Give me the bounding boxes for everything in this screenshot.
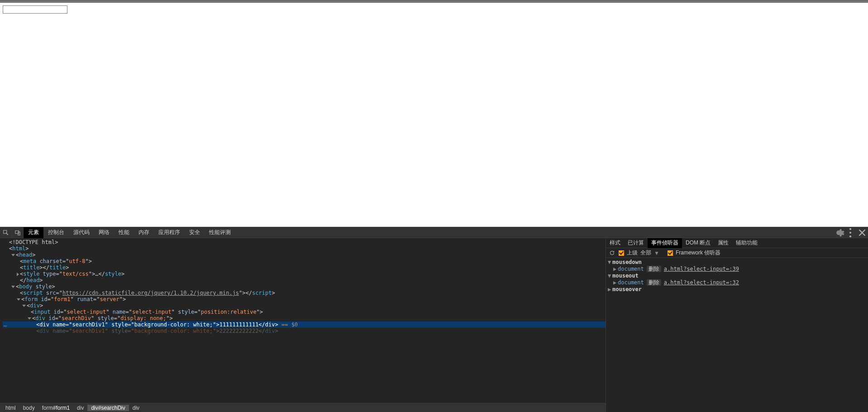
side-tab-accessibility[interactable]: 辅助功能	[732, 238, 761, 248]
tab-elements[interactable]: 元素	[24, 227, 43, 238]
remove-listener-button[interactable]: 删除	[647, 279, 661, 286]
event-listeners-list[interactable]: ▼mousedown▶document删除a.html?select-input…	[606, 258, 868, 412]
dom-node[interactable]: <meta charset="utf-8">	[3, 258, 606, 264]
select-input[interactable]	[3, 5, 67, 14]
svg-point-5	[849, 235, 851, 237]
crumb-searchDiv[interactable]: div#searchDiv	[87, 405, 129, 411]
crumb-div[interactable]: div	[73, 405, 87, 411]
listener-entry[interactable]: ▶document删除a.html?select-input=:32	[608, 279, 866, 286]
crumb-form[interactable]: form#form1	[38, 405, 73, 411]
dom-node[interactable]: <!DOCTYPE html>	[3, 239, 606, 245]
tab-application[interactable]: 应用程序	[154, 227, 185, 238]
tab-audits[interactable]: 性能评测	[205, 227, 235, 238]
tab-memory[interactable]: 内存	[134, 227, 154, 238]
listeners-filter-bar: 上级 全部 ▼ Framework 侦听器	[606, 248, 868, 258]
listener-group-mousedown[interactable]: ▼mousedown	[608, 259, 866, 266]
elements-side-panel: 样式 已计算 事件侦听器 DOM 断点 属性 辅助功能 上级 全部 ▼	[606, 238, 868, 412]
page-body	[0, 3, 868, 227]
devtools-toolbar: 元素 控制台 源代码 网络 性能 内存 应用程序 安全 性能评测	[0, 227, 868, 238]
tab-security[interactable]: 安全	[185, 227, 205, 238]
tab-sources[interactable]: 源代码	[69, 227, 94, 238]
dom-node[interactable]: <input id="select-input" name="select-in…	[3, 309, 606, 315]
remove-listener-button[interactable]: 删除	[647, 266, 661, 272]
device-toggle-icon[interactable]	[12, 227, 24, 238]
tab-console[interactable]: 控制台	[43, 227, 69, 238]
framework-checkbox[interactable]	[668, 250, 673, 256]
side-tab-computed[interactable]: 已计算	[624, 238, 648, 248]
ancestor-label: 上级	[627, 249, 638, 257]
side-tab-dom-breakpoints[interactable]: DOM 断点	[682, 238, 714, 248]
close-icon[interactable]	[856, 227, 868, 238]
crumb-html[interactable]: html	[2, 405, 19, 411]
dom-node[interactable]: <div>	[3, 302, 606, 309]
dom-node[interactable]: <title></title>	[3, 264, 606, 271]
dom-node[interactable]: <form id="form1" runat="server">	[3, 296, 606, 302]
listener-source-link[interactable]: a.html?select-input=:32	[664, 279, 739, 286]
devtools-panel: 元素 控制台 源代码 网络 性能 内存 应用程序 安全 性能评测	[0, 227, 868, 412]
more-icon[interactable]	[844, 227, 856, 238]
tab-performance[interactable]: 性能	[114, 227, 134, 238]
dom-node[interactable]: <div id="searchDiv" style="display: none…	[3, 315, 606, 321]
dropdown-icon[interactable]: ▼	[654, 250, 659, 256]
settings-icon[interactable]	[833, 227, 844, 238]
listener-entry[interactable]: ▶document删除a.html?select-input=:39	[608, 266, 866, 273]
listener-source-link[interactable]: a.html?select-input=:39	[664, 266, 739, 272]
dom-breadcrumb: html body form#form1 div div#searchDiv d…	[0, 403, 606, 412]
tab-network[interactable]: 网络	[94, 227, 114, 238]
svg-point-3	[849, 228, 851, 230]
dom-node[interactable]: </head>	[3, 277, 606, 283]
dom-node[interactable]: <div name="searchDiv1" style="background…	[3, 328, 606, 334]
elements-dom-panel: <!DOCTYPE html><html><head><meta charset…	[0, 238, 606, 412]
all-label[interactable]: 全部	[640, 249, 651, 257]
dom-tree[interactable]: <!DOCTYPE html><html><head><meta charset…	[0, 238, 606, 403]
listener-group-mouseout[interactable]: ▼mouseout	[608, 273, 866, 279]
listener-group-mouseover[interactable]: ▶mouseover	[608, 286, 866, 293]
side-tab-event-listeners[interactable]: 事件侦听器	[648, 238, 682, 248]
svg-point-4	[849, 231, 851, 233]
dom-node[interactable]: <style type="text/css">…</style>	[3, 271, 606, 277]
dom-node[interactable]: <script src="https://cdn.staticfile.org/…	[3, 290, 606, 296]
inspect-element-icon[interactable]	[0, 227, 12, 238]
devtools-tabs: 元素 控制台 源代码 网络 性能 内存 应用程序 安全 性能评测	[24, 227, 235, 238]
side-tab-styles[interactable]: 样式	[606, 238, 624, 248]
dom-node[interactable]: <head>	[3, 252, 606, 258]
side-tab-properties[interactable]: 属性	[714, 238, 732, 248]
dom-node[interactable]: <body style>	[3, 283, 606, 290]
refresh-icon[interactable]	[608, 250, 616, 256]
crumb-body[interactable]: body	[19, 405, 38, 411]
side-tabs: 样式 已计算 事件侦听器 DOM 断点 属性 辅助功能	[606, 238, 868, 248]
dom-node[interactable]: …<div name="searchDiv1" style="backgroun…	[3, 321, 606, 328]
crumb-div2[interactable]: div	[129, 405, 143, 411]
framework-label: Framework 侦听器	[676, 249, 720, 257]
dom-node[interactable]: <html>	[3, 245, 606, 252]
ancestor-checkbox[interactable]	[619, 250, 624, 256]
